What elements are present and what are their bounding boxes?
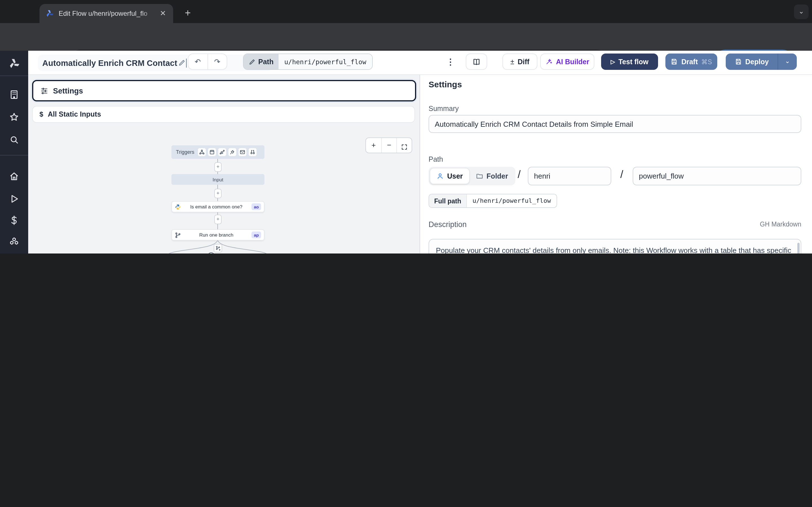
full-path-chip: Full path u/henri/powerful_flow [428, 194, 557, 208]
path-separator: / [518, 168, 521, 181]
flow-node-branch-runner[interactable]: Run one branchap [171, 229, 264, 240]
add-step-button[interactable]: + [214, 162, 221, 172]
flow-settings-label: Settings [53, 87, 83, 95]
route-icon[interactable] [218, 148, 226, 156]
summary-value: Automatically Enrich CRM Contact Details… [435, 120, 633, 128]
save-icon [734, 58, 742, 65]
settings-title: Settings [428, 79, 462, 89]
undo-redo-group: ↶ ↷ [188, 54, 227, 70]
settings-panel: Settings Summary Automatically Enrich CR… [421, 75, 812, 253]
dollar-icon: $ [40, 110, 43, 118]
path-separator: / [620, 168, 623, 181]
full-path-label: Full path [429, 194, 466, 207]
gh-markdown-label: GH Markdown [760, 221, 801, 228]
tab-search-chevron-icon[interactable]: ⌄ [794, 4, 809, 19]
wand-icon [545, 58, 553, 65]
zoom-out-button[interactable]: − [381, 138, 396, 153]
remove-branch-icon[interactable]: ✕ [207, 252, 215, 253]
add-step-button[interactable]: + [214, 189, 221, 198]
flow-settings-card[interactable]: Settings [32, 80, 416, 101]
text-cursor [186, 58, 187, 67]
sidebar-item-home[interactable] [9, 171, 19, 181]
sidebar-item-resources[interactable] [9, 237, 19, 247]
deploy-button[interactable]: Deploy [726, 54, 777, 70]
sidebar-item-runs[interactable] [9, 194, 19, 204]
diff-label: Diff [518, 58, 529, 66]
application-window: Edit Flow u/henri/powerful_flo ✕ + ⌄ ← →… [0, 0, 812, 253]
folder-icon [476, 172, 483, 180]
description-label: Description [428, 220, 467, 229]
test-flow-label: Test flow [618, 58, 649, 66]
all-static-inputs-card[interactable]: $ All Static Inputs [32, 106, 415, 123]
docs-button[interactable] [466, 54, 487, 70]
tab-close-icon[interactable]: ✕ [158, 9, 167, 18]
browser-tab-strip: Edit Flow u/henri/powerful_flo ✕ + ⌄ [0, 0, 812, 23]
zoom-in-button[interactable]: + [366, 138, 381, 153]
undo-button[interactable]: ↶ [188, 54, 208, 69]
sidebar-item-workspace[interactable] [9, 90, 19, 100]
edit-pencil-icon [179, 59, 186, 66]
plus-minus-icon: ± [510, 58, 514, 66]
tab-title: Edit Flow u/henri/powerful_flo [59, 10, 156, 17]
user-icon [437, 172, 444, 180]
full-path-value: u/henri/powerful_flow [466, 194, 557, 207]
new-tab-button[interactable]: + [181, 6, 195, 21]
textarea-scrollbar[interactable] [797, 243, 800, 253]
fit-view-button[interactable] [396, 138, 412, 153]
draft-shortcut: ⌘S [701, 58, 712, 66]
draft-button[interactable]: Draft ⌘S [665, 54, 717, 70]
owner-folder-option[interactable]: Folder [470, 168, 514, 184]
browser-toolbar: ← → ⟳ app.windmill.dev/flows/edit/u/henr… [0, 23, 812, 51]
fullscreen-icon [401, 144, 408, 151]
redo-button[interactable]: ↷ [208, 54, 227, 69]
git-branch-icon [175, 232, 181, 238]
flow-node-input[interactable]: Input [171, 174, 264, 185]
canvas-zoom-controls: + − [365, 137, 412, 153]
add-step-button[interactable]: + [214, 215, 221, 224]
flow-title-text: Automatically Enrich CRM Contact [42, 58, 177, 67]
all-static-inputs-label: All Static Inputs [48, 110, 101, 118]
webhook-icon[interactable] [198, 148, 206, 156]
draft-label: Draft [681, 58, 698, 66]
sidebar-item-search[interactable] [9, 135, 19, 145]
description-textarea[interactable]: Populate your CRM contacts' details from… [428, 239, 801, 253]
schedule-icon[interactable] [208, 148, 216, 156]
owner-kind-toggle: User Folder [428, 167, 515, 185]
path-chip[interactable]: Path u/henri/powerful_flow [243, 54, 372, 70]
kafka-icon[interactable] [228, 148, 236, 156]
ai-builder-label: AI Builder [556, 58, 589, 66]
deploy-dropdown-chevron-icon[interactable]: ⌄ [777, 54, 797, 70]
save-icon [671, 58, 678, 65]
summary-label: Summary [428, 105, 459, 113]
flow-editor-toolbar: Automatically Enrich CRM Contact ↶ ↷ Pat… [28, 51, 812, 75]
windmill-logo[interactable] [8, 57, 20, 70]
path-name-input[interactable]: powerful_flow [633, 167, 801, 185]
python-icon [175, 204, 181, 210]
sidebar-item-favorites[interactable] [9, 112, 19, 122]
sidebar-divider [0, 155, 28, 156]
add-branch-icon[interactable] [214, 244, 222, 252]
sliders-icon [40, 87, 49, 95]
path-chip-label: Path [258, 58, 273, 66]
windmill-favicon [45, 9, 54, 18]
triggers-bar[interactable]: Triggers [171, 145, 264, 159]
sidebar-item-variables[interactable] [9, 215, 19, 225]
path-owner-input[interactable]: henri [528, 167, 611, 185]
app-sidebar [0, 51, 28, 253]
flow-node-step[interactable]: Is email a common one?ao [171, 201, 264, 212]
more-options-icon[interactable]: ⋮ [446, 54, 456, 69]
email-icon[interactable] [238, 148, 246, 156]
edit-pencil-icon [249, 58, 255, 65]
flow-graph-panel: Settings $ All Static Inputs + − [28, 75, 420, 253]
description-value: Populate your CRM contacts' details from… [436, 246, 791, 253]
flow-title-input[interactable]: Automatically Enrich CRM Contact [38, 55, 272, 71]
ai-builder-button[interactable]: AI Builder [540, 54, 594, 70]
poll-icon[interactable] [248, 148, 256, 156]
owner-user-option[interactable]: User [430, 168, 470, 184]
test-flow-button[interactable]: ▷ Test flow [601, 54, 658, 70]
browser-tab[interactable]: Edit Flow u/henri/powerful_flo ✕ [40, 4, 173, 23]
summary-input[interactable]: Automatically Enrich CRM Contact Details… [428, 115, 801, 133]
diff-button[interactable]: ± Diff [502, 54, 538, 70]
flow-edges [28, 75, 419, 253]
path-label: Path [428, 156, 443, 163]
